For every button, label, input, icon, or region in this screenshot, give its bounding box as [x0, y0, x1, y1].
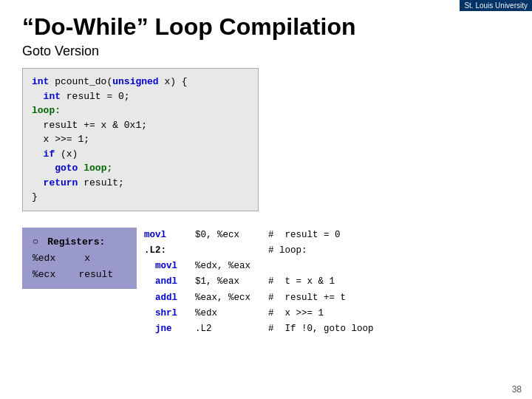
asm-line-2: .L2: — [144, 243, 177, 259]
comment-4: # t = x & 1 — [268, 274, 374, 290]
slide-content: “Do-While” Loop Compilation Goto Version… — [0, 0, 532, 344]
registers-title: ○ Registers: — [33, 233, 126, 251]
operand-6: %edx — [195, 306, 250, 321]
operand-5: %eax, %ecx — [195, 290, 250, 306]
operand-1: $0, %ecx — [195, 228, 250, 243]
asm-comments-col: # result = 0 # loop: # t = x & 1 # resul… — [268, 228, 374, 338]
reg-ecx: %ecx result — [33, 267, 126, 283]
operand-4: $1, %eax — [195, 274, 250, 290]
bottom-section: ○ Registers: %edx x %ecx result movl .L2… — [22, 228, 510, 338]
code-line-6: if (x) — [32, 147, 249, 162]
slide-subtitle: Goto Version — [22, 44, 510, 59]
slide-title: “Do-While” Loop Compilation — [22, 13, 510, 41]
asm-line-6: shrl — [144, 306, 177, 321]
code-line-7: goto loop; — [32, 161, 249, 176]
comment-1: # result = 0 — [268, 228, 374, 243]
code-line-4: result += x & 0x1; — [32, 118, 249, 133]
comment-3 — [268, 259, 374, 274]
code-block: int pcount_do(unsigned x) { int result =… — [22, 68, 259, 211]
asm-section: movl .L2: movl andl addl shrl jne $0, %e… — [137, 228, 374, 338]
asm-instructions-col: movl .L2: movl andl addl shrl jne — [144, 228, 177, 338]
bullet-icon: ○ — [33, 236, 38, 248]
operand-7: .L2 — [195, 321, 250, 337]
asm-operands-col: $0, %ecx %edx, %eax $1, %eax %eax, %ecx … — [195, 228, 250, 338]
registers-box: ○ Registers: %edx x %ecx result — [22, 228, 137, 290]
comment-2: # loop: — [268, 243, 374, 259]
code-line-1: int pcount_do(unsigned x) { — [32, 75, 249, 89]
comment-5: # result += t — [268, 290, 374, 306]
code-line-2: int result = 0; — [32, 89, 249, 104]
asm-line-1: movl — [144, 228, 177, 243]
code-line-3: loop: — [32, 103, 249, 118]
code-line-8: return result; — [32, 176, 249, 191]
asm-line-3: movl — [144, 259, 177, 274]
code-line-9: } — [32, 190, 249, 205]
asm-line-5: addl — [144, 290, 177, 306]
page-number: 38 — [512, 384, 522, 395]
comment-7: # If !0, goto loop — [268, 321, 374, 337]
code-line-5: x >>= 1; — [32, 132, 249, 147]
operand-3: %edx, %eax — [195, 259, 250, 274]
university-label: St. Louis University — [460, 0, 532, 11]
asm-line-7: jne — [144, 321, 177, 337]
comment-6: # x >>= 1 — [268, 306, 374, 321]
reg-edx: %edx x — [33, 250, 126, 267]
asm-line-4: andl — [144, 274, 177, 290]
operand-2 — [195, 243, 250, 259]
